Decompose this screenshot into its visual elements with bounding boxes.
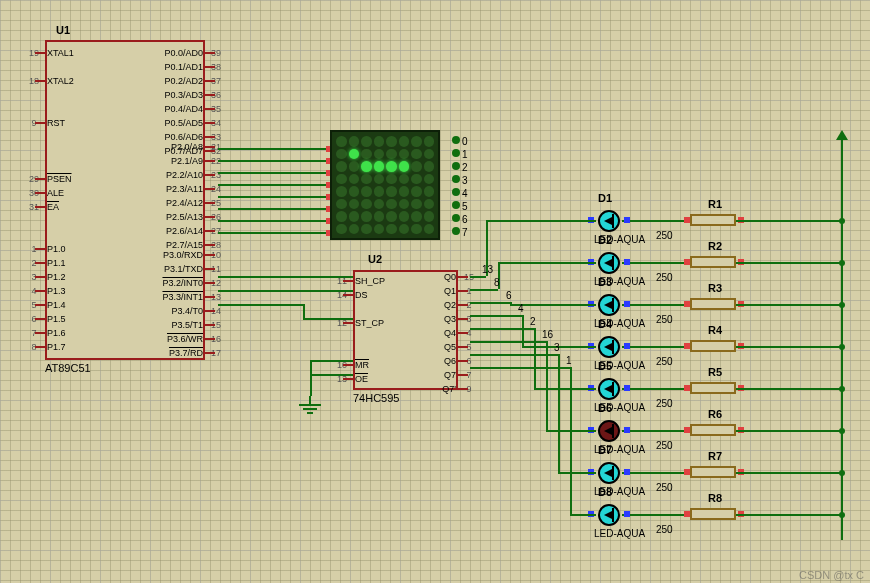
led-matrix[interactable] bbox=[330, 130, 440, 240]
matrix-label: 1 bbox=[462, 149, 468, 160]
matrix-cell bbox=[336, 211, 347, 222]
matrix-cell bbox=[374, 174, 385, 185]
led-d5[interactable] bbox=[598, 378, 620, 400]
matrix-label: 4 bbox=[462, 188, 468, 199]
matrix-cell bbox=[399, 224, 410, 235]
schematic-canvas[interactable]: U1 AT89C51 XTAL119XTAL218RST9PSEN29ALE30… bbox=[0, 0, 870, 583]
pin: Q77 bbox=[444, 368, 456, 382]
led-part: LED-AQUA bbox=[594, 528, 645, 539]
led-ref: D8 bbox=[598, 486, 612, 498]
wire-p2 bbox=[218, 196, 330, 198]
pin: Q7'9 bbox=[442, 382, 456, 396]
led-d6[interactable] bbox=[598, 420, 620, 442]
matrix-cell bbox=[349, 149, 360, 160]
matrix-cell bbox=[374, 224, 385, 235]
pin: P0.0/AD039 bbox=[164, 46, 203, 60]
matrix-label: 3 bbox=[462, 175, 468, 186]
resistor-r6[interactable] bbox=[690, 424, 736, 436]
wire-p32-shcp bbox=[218, 276, 353, 278]
resistor-r7[interactable] bbox=[690, 466, 736, 478]
watermark: CSDN @tx C bbox=[799, 569, 864, 581]
matrix-cell bbox=[336, 186, 347, 197]
led-ref: D7 bbox=[598, 444, 612, 456]
matrix-cell bbox=[374, 149, 385, 160]
matrix-cell bbox=[411, 186, 422, 197]
matrix-cell bbox=[424, 186, 435, 197]
matrix-cell bbox=[411, 161, 422, 172]
matrix-cell bbox=[411, 199, 422, 210]
matrix-cell bbox=[349, 136, 360, 147]
wire-p2 bbox=[218, 184, 330, 186]
matrix-cell bbox=[374, 161, 385, 172]
led-ref: D5 bbox=[598, 360, 612, 372]
resistor-r8[interactable] bbox=[690, 508, 736, 520]
matrix-cell bbox=[411, 136, 422, 147]
resistor-r4[interactable] bbox=[690, 340, 736, 352]
wire-oe bbox=[310, 374, 353, 376]
resistor-r3[interactable] bbox=[690, 298, 736, 310]
resistor-r5[interactable] bbox=[690, 382, 736, 394]
led-d1[interactable] bbox=[598, 210, 620, 232]
matrix-cell bbox=[349, 161, 360, 172]
matrix-cell bbox=[361, 136, 372, 147]
matrix-cell bbox=[424, 174, 435, 185]
vcc-arrow bbox=[836, 130, 848, 140]
matrix-cell bbox=[399, 211, 410, 222]
matrix-cell bbox=[349, 186, 360, 197]
resistor-r1[interactable] bbox=[690, 214, 736, 226]
matrix-cell bbox=[374, 211, 385, 222]
led-d8[interactable] bbox=[598, 504, 620, 526]
wire-gnd-stem bbox=[310, 360, 312, 396]
vcc-bus bbox=[841, 140, 843, 540]
wire-p2 bbox=[218, 208, 330, 210]
matrix-cell bbox=[386, 149, 397, 160]
wire-p2 bbox=[218, 160, 330, 162]
matrix-cell bbox=[336, 174, 347, 185]
pin: P0.4/AD435 bbox=[164, 102, 203, 116]
pin: P3.1/TXD11 bbox=[164, 262, 203, 276]
wire-mr bbox=[310, 360, 353, 362]
matrix-cell bbox=[374, 199, 385, 210]
pin: Q33 bbox=[444, 312, 456, 326]
matrix-cell bbox=[386, 161, 397, 172]
led-d2[interactable] bbox=[598, 252, 620, 274]
matrix-cell bbox=[424, 149, 435, 160]
pin: P0.5/AD534 bbox=[164, 116, 203, 130]
matrix-label: 7 bbox=[462, 227, 468, 238]
matrix-cell bbox=[424, 199, 435, 210]
matrix-cell bbox=[361, 224, 372, 235]
matrix-label: 0 bbox=[462, 136, 468, 147]
resistor-r2[interactable] bbox=[690, 256, 736, 268]
pin: P2.5/A1326 bbox=[166, 210, 203, 224]
pin: Q11 bbox=[444, 284, 456, 298]
matrix-cell bbox=[349, 224, 360, 235]
matrix-cell bbox=[361, 186, 372, 197]
led-d3[interactable] bbox=[598, 294, 620, 316]
matrix-cell bbox=[386, 211, 397, 222]
pin: P2.4/A1225 bbox=[166, 196, 203, 210]
matrix-cell bbox=[386, 186, 397, 197]
ground-symbol bbox=[299, 396, 321, 414]
u2-refdes: U2 bbox=[368, 253, 382, 265]
wire-p2 bbox=[218, 148, 330, 150]
matrix-cell bbox=[411, 224, 422, 235]
wire-p2 bbox=[218, 232, 330, 234]
wire-p35-stcp bbox=[303, 318, 353, 320]
pin: Q22 bbox=[444, 298, 456, 312]
wire-p34 bbox=[218, 304, 303, 306]
matrix-cell bbox=[336, 224, 347, 235]
matrix-cell bbox=[411, 211, 422, 222]
matrix-cell bbox=[374, 136, 385, 147]
matrix-cell bbox=[336, 136, 347, 147]
pin: P3.2/INT012 bbox=[162, 276, 203, 290]
matrix-cell bbox=[361, 174, 372, 185]
pin: P2.6/A1427 bbox=[166, 224, 203, 238]
led-d7[interactable] bbox=[598, 462, 620, 484]
pin: Q44 bbox=[444, 326, 456, 340]
wire-p33-ds bbox=[218, 290, 353, 292]
matrix-cell bbox=[361, 199, 372, 210]
led-d4[interactable] bbox=[598, 336, 620, 358]
pin: Q55 bbox=[444, 340, 456, 354]
pin: P0.3/AD336 bbox=[164, 88, 203, 102]
pin: P2.2/A1023 bbox=[166, 168, 203, 182]
